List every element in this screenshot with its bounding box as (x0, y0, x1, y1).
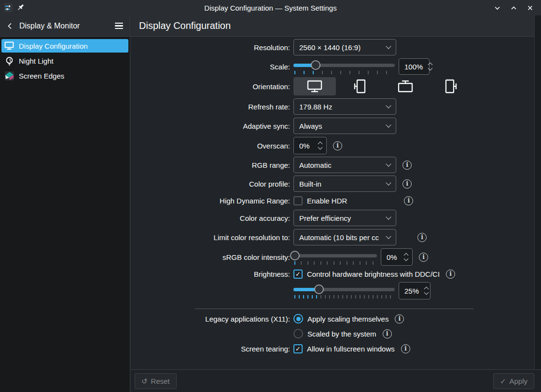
info-icon[interactable]: i (401, 344, 410, 353)
adaptive-sync-label: Adaptive sync: (131, 122, 290, 130)
info-icon[interactable]: i (383, 329, 392, 338)
back-button[interactable] (4, 20, 16, 32)
hdr-checkbox[interactable] (293, 196, 303, 205)
page-header: Display Configuration (131, 15, 541, 37)
sidebar-item-label: Screen Edges (19, 72, 64, 80)
srgb-intensity-row: sRGB color intensity: 0% i (131, 248, 534, 266)
srgb-intensity-spinbox[interactable]: 0% (381, 248, 413, 266)
sidebar-item-label: Display Configuration (19, 42, 88, 50)
overscan-label: Overscan: (131, 142, 290, 150)
color-accuracy-label: Color accuracy: (131, 214, 290, 222)
screen-tearing-checkbox[interactable]: ✓ (293, 344, 303, 353)
titlebar: Display Configuration — System Settings (0, 0, 541, 15)
info-icon[interactable]: i (402, 179, 412, 189)
sidebar: Display & Monitor Display Configuration (0, 15, 130, 392)
color-accuracy-row: Color accuracy: Prefer efficiency (131, 210, 534, 226)
info-icon[interactable]: i (402, 161, 412, 170)
info-icon[interactable]: i (446, 270, 455, 279)
srgb-intensity-slider[interactable] (293, 249, 377, 265)
slider-handle[interactable] (290, 251, 300, 260)
color-profile-dropdown[interactable]: Built-in (293, 176, 396, 192)
hdr-label: High Dynamic Range: (131, 197, 290, 205)
apply-scaling-themselves-radio[interactable] (293, 314, 303, 324)
apply-scaling-themselves-label: Apply scaling themselves (307, 315, 388, 323)
scale-label: Scale: (131, 63, 290, 71)
scrollbar-gutter[interactable] (534, 15, 541, 369)
info-icon[interactable]: i (417, 233, 427, 242)
hdr-row: High Dynamic Range: Enable HDR i (131, 195, 534, 206)
chevron-down-icon (386, 122, 391, 127)
resolution-label: Resolution: (131, 43, 290, 52)
system-settings-window: Display Configuration — System Settings … (0, 0, 541, 392)
chevron-down-icon (386, 233, 391, 239)
screen-tearing-label: Screen tearing: (131, 345, 290, 353)
chevron-down-icon (386, 161, 391, 166)
slider-ticks (294, 71, 394, 74)
sidebar-list: Display Configuration Night Light (0, 37, 130, 85)
slider-handle[interactable] (311, 60, 320, 70)
brightness-slider-row: 25% (131, 282, 534, 299)
brightness-label: Brightness: (131, 270, 290, 278)
window-title: Display Configuration — System Settings (0, 4, 541, 12)
reset-button[interactable]: ↺ Reset (135, 373, 177, 389)
info-icon[interactable]: i (419, 253, 428, 262)
overscan-spinbox[interactable]: 0% (293, 137, 327, 154)
color-profile-label: Color profile: (131, 180, 290, 188)
rgb-range-dropdown[interactable]: Automatic (293, 157, 396, 173)
chevron-down-icon (386, 103, 391, 108)
orientation-portrait-button[interactable] (339, 77, 381, 95)
check-icon: ✓ (295, 346, 301, 352)
info-icon[interactable]: i (395, 314, 404, 324)
limit-color-resolution-dropdown[interactable]: Automatic (10 bits per cc (293, 229, 396, 245)
brightness-slider[interactable] (293, 283, 395, 299)
info-icon[interactable]: i (333, 141, 342, 150)
orientation-landscape-flipped-button[interactable] (384, 77, 427, 95)
rgb-range-label: RGB range: (131, 161, 290, 169)
screen-edges-icon (4, 71, 14, 81)
spin-down-icon[interactable] (428, 66, 433, 71)
resolution-row: Resolution: 2560 × 1440 (16:9) (131, 39, 534, 55)
orientation-portrait-flipped-button[interactable] (430, 77, 472, 95)
adaptive-sync-dropdown[interactable]: Always (293, 118, 396, 134)
refresh-rate-row: Refresh rate: 179.88 Hz (131, 98, 534, 115)
legacy-apps-row-2: Scaled by the system i (131, 328, 534, 339)
brightness-spinbox[interactable]: 25% (399, 282, 430, 299)
legacy-apps-row: Legacy applications (X11): Apply scaling… (131, 313, 534, 324)
adaptive-sync-row: Adaptive sync: Always (131, 118, 534, 134)
close-icon[interactable] (525, 2, 535, 13)
chevron-down-icon (386, 43, 391, 49)
app-icon[interactable] (4, 3, 13, 12)
minimize-icon[interactable] (492, 2, 502, 13)
chevron-down-icon (386, 214, 391, 219)
spin-down-icon[interactable] (404, 257, 409, 261)
refresh-rate-dropdown[interactable]: 179.88 Hz (293, 98, 396, 115)
orientation-landscape-button[interactable] (293, 77, 336, 95)
color-accuracy-dropdown[interactable]: Prefer efficiency (293, 210, 396, 226)
scale-spinbox[interactable]: 100% (399, 58, 430, 75)
hamburger-menu-icon[interactable] (112, 20, 125, 32)
scale-slider[interactable] (293, 58, 395, 75)
sidebar-item-night-light[interactable]: Night Light (1, 54, 128, 68)
slider-ticks (294, 295, 394, 298)
info-icon[interactable]: i (404, 196, 413, 205)
chevron-down-icon (386, 180, 391, 185)
night-light-icon (4, 56, 14, 66)
reset-icon: ↺ (141, 378, 148, 385)
scaled-by-system-radio[interactable] (293, 329, 303, 338)
legacy-apps-label: Legacy applications (X11): (131, 315, 290, 323)
scale-row: Scale: 100% (131, 58, 534, 75)
spin-down-icon[interactable] (318, 145, 323, 150)
brightness-ddc-checkbox[interactable]: ✓ (293, 270, 303, 279)
apply-check-icon: ✓ (500, 378, 506, 385)
sidebar-item-screen-edges[interactable]: Screen Edges (1, 69, 128, 82)
hdr-checkbox-label: Enable HDR (307, 197, 347, 205)
slider-ticks (294, 261, 376, 265)
maximize-icon[interactable] (508, 2, 519, 13)
limit-color-resolution-label: Limit color resolution to: (131, 233, 290, 242)
spin-down-icon[interactable] (424, 290, 429, 295)
apply-button[interactable]: ✓ Apply (493, 373, 534, 389)
resolution-dropdown[interactable]: 2560 × 1440 (16:9) (293, 39, 396, 55)
pin-icon[interactable] (17, 4, 25, 12)
sidebar-item-display-configuration[interactable]: Display Configuration (1, 39, 128, 53)
slider-handle[interactable] (314, 284, 324, 294)
